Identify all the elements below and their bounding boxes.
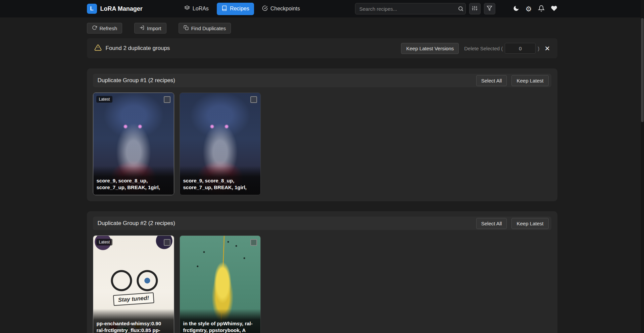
sliders-icon xyxy=(472,5,478,12)
group-2-keep-latest-button[interactable]: Keep Latest xyxy=(511,218,548,229)
import-button[interactable]: Import xyxy=(134,23,166,34)
nav-loras[interactable]: LoRAs xyxy=(180,3,213,15)
group-1-keep-latest-button[interactable]: Keep Latest xyxy=(511,75,548,86)
recipe-caption: score_9, score_8_up, score_7_up, BREAK, … xyxy=(180,166,260,195)
card-checkbox[interactable] xyxy=(250,96,257,103)
import-icon xyxy=(139,25,144,31)
search-input[interactable] xyxy=(355,3,466,14)
funnel-icon xyxy=(487,5,492,12)
duplicate-group-2-panel: Duplicate Group #2 (2 recipes) Select Al… xyxy=(87,211,557,333)
moon-icon xyxy=(513,5,519,13)
duplicates-alert: Found 2 duplicate groups Keep Latest Ver… xyxy=(87,38,557,58)
latest-badge: Latest xyxy=(96,96,113,103)
settings-button[interactable]: ⚙ xyxy=(526,5,532,12)
recipe-card[interactable]: Latest score_9, score_8_up, score_7_up, … xyxy=(93,93,174,195)
duplicate-group-1-panel: Duplicate Group #1 (2 recipes) Select Al… xyxy=(87,68,557,201)
latest-badge: Latest xyxy=(96,239,113,245)
main-nav: LoRAs Recipes Checkpoints xyxy=(180,3,305,15)
recipe-card[interactable]: in the style of ppWhimsy, ral-frctlgmtry… xyxy=(180,235,261,333)
recipe-caption: pp-enchanted-whimsy:0.90 ral-frctlgmtry_… xyxy=(93,309,174,333)
main-content: Refresh Import Find Duplicates Found 2 d… xyxy=(87,23,557,333)
filter-button[interactable] xyxy=(484,3,495,14)
heart-icon xyxy=(551,5,557,13)
nav-recipes[interactable]: Recipes xyxy=(217,3,254,15)
delete-selected-suffix: ) xyxy=(538,46,539,51)
scrollbar-thumb[interactable] xyxy=(641,18,644,122)
stay-tuned-sign: Stay tuned! xyxy=(113,292,154,306)
search-box xyxy=(355,3,466,14)
group-1-header: Duplicate Group #1 (2 recipes) Select Al… xyxy=(93,74,551,87)
delete-selected-prefix: Delete Selected ( xyxy=(464,46,503,51)
nav-recipes-label: Recipes xyxy=(230,6,249,12)
card-checkbox[interactable] xyxy=(250,239,257,246)
search-icon[interactable] xyxy=(458,6,464,12)
notifications-button[interactable] xyxy=(538,5,545,13)
refresh-button[interactable]: Refresh xyxy=(87,23,122,34)
recipe-caption: score_9, score_8_up, score_7_up, BREAK, … xyxy=(93,166,174,195)
group-1-cards: Latest score_9, score_8_up, score_7_up, … xyxy=(93,93,551,195)
bell-icon xyxy=(538,5,545,13)
app-brand[interactable]: L LoRA Manager xyxy=(87,4,143,14)
import-label: Import xyxy=(147,25,161,31)
keep-latest-versions-button[interactable]: Keep Latest Versions xyxy=(401,43,459,54)
card-checkbox[interactable] xyxy=(164,239,170,246)
page-scrollbar xyxy=(641,0,644,333)
group-1-select-all-button[interactable]: Select All xyxy=(476,75,507,86)
app-logo: L xyxy=(87,4,97,14)
alert-message: Found 2 duplicate groups xyxy=(106,45,170,52)
find-duplicates-button[interactable]: Find Duplicates xyxy=(179,23,231,34)
check-circle-icon xyxy=(262,5,268,12)
group-2-header: Duplicate Group #2 (2 recipes) Select Al… xyxy=(93,217,551,230)
recipes-toolbar: Refresh Import Find Duplicates xyxy=(87,23,557,34)
group-2-title: Duplicate Group #2 (2 recipes) xyxy=(98,220,176,227)
find-duplicates-label: Find Duplicates xyxy=(191,25,226,31)
nav-checkpoints[interactable]: Checkpoints xyxy=(257,3,305,15)
recipe-caption: in the style of ppWhimsy, ral-frctlgmtry… xyxy=(180,309,260,333)
sliders-button[interactable] xyxy=(469,3,481,14)
app-title: LoRA Manager xyxy=(100,5,143,12)
group-2-cards: Stay tuned! Latest pp-enchanted-whimsy:0… xyxy=(93,235,551,333)
nav-loras-label: LoRAs xyxy=(193,6,209,12)
favorites-button[interactable] xyxy=(551,5,557,13)
recipe-card[interactable]: Stay tuned! Latest pp-enchanted-whimsy:0… xyxy=(93,235,174,333)
recipe-card[interactable]: score_9, score_8_up, score_7_up, BREAK, … xyxy=(180,93,261,195)
gear-icon: ⚙ xyxy=(526,5,532,12)
delete-count-input[interactable] xyxy=(505,43,536,54)
refresh-label: Refresh xyxy=(100,25,117,31)
refresh-icon xyxy=(92,25,97,31)
theme-toggle-button[interactable] xyxy=(513,5,519,13)
delete-selected-group: Delete Selected ( ) xyxy=(464,43,539,54)
group-2-select-all-button[interactable]: Select All xyxy=(476,218,507,229)
nav-checkpoints-label: Checkpoints xyxy=(270,6,300,12)
copy-icon xyxy=(184,25,189,31)
book-icon xyxy=(221,5,227,12)
top-navbar: L LoRA Manager LoRAs Recipes Checkpoi xyxy=(0,0,644,17)
navbar-icon-group: ⚙ xyxy=(513,5,557,13)
warning-icon xyxy=(94,44,102,53)
group-1-title: Duplicate Group #1 (2 recipes) xyxy=(98,77,176,84)
card-checkbox[interactable] xyxy=(164,96,170,103)
layers-icon xyxy=(184,5,190,12)
close-icon[interactable]: × xyxy=(545,44,550,53)
